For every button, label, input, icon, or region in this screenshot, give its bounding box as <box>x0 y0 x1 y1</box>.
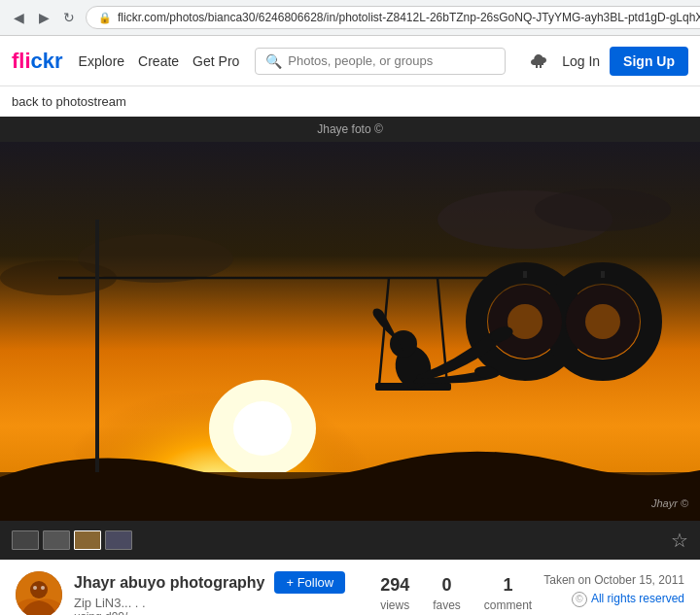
user-extra-1: using d90/ <box>74 610 368 615</box>
logo-blue: ckr <box>31 49 63 74</box>
svg-point-29 <box>30 581 48 598</box>
user-info: Jhayr abuyo photography + Follow Zip LiN… <box>74 571 368 615</box>
upload-button[interactable] <box>521 46 552 77</box>
views-value: 294 <box>380 575 409 596</box>
back-button[interactable]: ◀ <box>8 7 29 28</box>
photo-main: Jhayr © <box>0 142 700 521</box>
thumbnail-3[interactable] <box>74 530 101 550</box>
photo-bottom-bar: ☆ <box>0 521 700 560</box>
svg-point-17 <box>508 304 542 339</box>
faves-label: faves <box>433 598 461 612</box>
nav-buttons: ◀ ▶ ↻ <box>8 7 80 28</box>
flickr-logo[interactable]: flickr <box>12 49 63 74</box>
search-input[interactable] <box>288 53 495 68</box>
back-to-photostream[interactable]: back to photostream <box>0 86 700 117</box>
thumbnail-4[interactable] <box>105 530 132 550</box>
logo-pink: fli <box>12 49 31 74</box>
flickr-navbar: flickr Explore Create Get Pro 🔍 Log In S… <box>0 36 700 86</box>
address-text: flickr.com/photos/bianca30/6246806628/in… <box>118 11 700 24</box>
browser-chrome: ◀ ▶ ↻ 🔒 flickr.com/photos/bianca30/62468… <box>0 0 700 36</box>
photo-svg <box>0 142 700 521</box>
svg-point-30 <box>33 586 37 590</box>
comment-value: 1 <box>484 575 532 596</box>
nav-right: Log In Sign Up <box>521 46 688 77</box>
photo-container: Jhaye foto © <box>0 117 700 560</box>
taken-date: Taken on October 15, 2011 <box>543 571 684 590</box>
signup-button[interactable]: Sign Up <box>610 47 688 76</box>
comment-label: comment <box>484 598 532 612</box>
svg-point-31 <box>41 586 45 590</box>
explore-link[interactable]: Explore <box>79 53 124 69</box>
taken-area: Taken on October 15, 2011 © All rights r… <box>543 571 684 608</box>
faves-value: 0 <box>433 575 461 596</box>
user-name[interactable]: Jhayr abuyo photography <box>74 574 264 592</box>
user-subtitle: Zip LiN3... . . <box>74 596 368 610</box>
info-bar: Jhayr abuyo photography + Follow Zip LiN… <box>0 560 700 615</box>
refresh-button[interactable]: ↻ <box>58 7 80 28</box>
create-link[interactable]: Create <box>138 53 179 69</box>
forward-button[interactable]: ▶ <box>33 7 54 28</box>
avatar-svg <box>16 571 62 615</box>
stat-comment: 1 comment <box>484 575 532 613</box>
svg-point-6 <box>535 188 671 231</box>
thumbnail-1[interactable] <box>12 530 39 550</box>
star-button[interactable]: ☆ <box>671 529 688 552</box>
stat-views: 294 views <box>380 575 409 613</box>
rights-row: © All rights reserved <box>543 590 684 608</box>
svg-point-18 <box>585 304 620 339</box>
follow-button[interactable]: + Follow <box>274 571 345 594</box>
copyright-icon: © <box>572 592 587 607</box>
login-button[interactable]: Log In <box>562 53 600 69</box>
search-bar[interactable]: 🔍 <box>255 48 506 75</box>
stat-faves: 0 faves <box>433 575 461 613</box>
thumbnail-2[interactable] <box>43 530 70 550</box>
thumbnails <box>12 530 132 550</box>
svg-point-4 <box>233 401 292 456</box>
nav-links: Explore Create Get Pro <box>79 53 240 69</box>
stats-area: 294 views 0 faves 1 comment <box>380 575 532 613</box>
search-icon: 🔍 <box>265 53 282 69</box>
user-name-row: Jhayr abuyo photography + Follow <box>74 571 368 594</box>
watermark-br: Jhayr © <box>651 497 688 509</box>
avatar-image <box>16 571 62 615</box>
views-label: views <box>380 598 409 612</box>
rights-text: All rights reserved <box>591 590 684 608</box>
getpro-link[interactable]: Get Pro <box>192 53 239 69</box>
security-icon: 🔒 <box>98 12 112 24</box>
address-bar[interactable]: 🔒 flickr.com/photos/bianca30/6246806628/… <box>86 6 700 29</box>
cloud-upload-icon <box>525 50 548 73</box>
avatar <box>16 571 62 615</box>
browser-bar: ◀ ▶ ↻ 🔒 flickr.com/photos/bianca30/62468… <box>0 0 700 35</box>
watermark-top: Jhaye foto © <box>0 117 700 142</box>
